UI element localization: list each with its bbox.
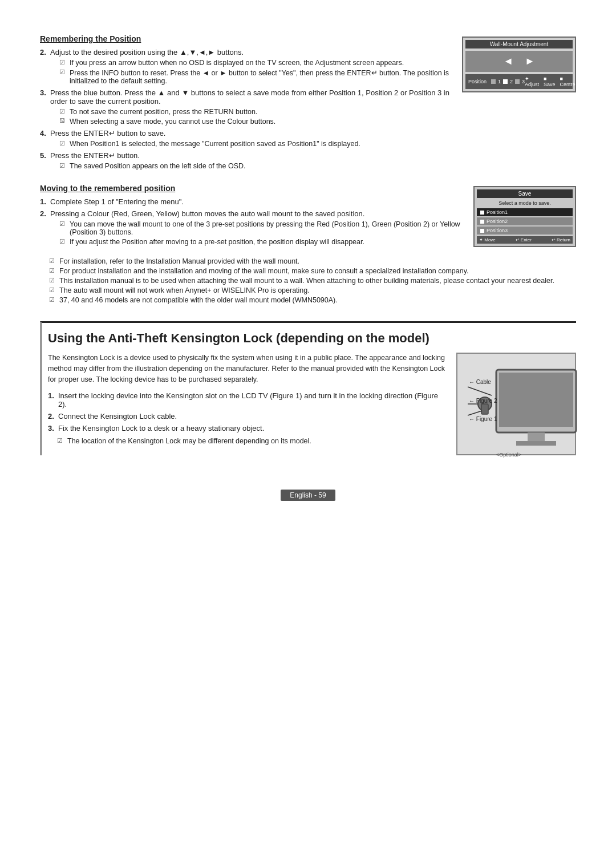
move-step-1-text: Complete Step 1 of "Entering the menu". [50, 197, 184, 206]
step-4-text: Press the ENTER↵ button to save. [50, 129, 165, 138]
kensington-svg: ← Cable ← Figure 2 ← Figure 1 <Optional> [462, 358, 582, 461]
ken-step-1-num: 1. [48, 391, 54, 400]
save-screen: Save Select a mode to save. Position1 Po… [473, 186, 576, 247]
pos-dot-2 [503, 79, 508, 84]
general-note-3: This installation manual is to be used w… [49, 277, 576, 285]
move-step-2-note-2: If you adjust the Position after moving … [59, 238, 462, 246]
step-5-num: 5. [40, 151, 46, 160]
save-option-position3: Position3 [477, 227, 573, 235]
step-3-text: Press the blue button. Press the ▲ and ▼… [50, 88, 449, 106]
svg-rect-2 [528, 432, 545, 441]
kensington-layout: The Kensington Lock is a device used to … [48, 353, 576, 455]
svg-line-10 [468, 411, 482, 415]
kensington-image-widget: ← Cable ← Figure 2 ← Figure 1 <Optional> [456, 353, 576, 455]
ken-step-3: 3. Fix the Kensington Lock to a desk or … [48, 424, 445, 432]
step-3-note-2: When selecting a save mode, you cannot u… [59, 118, 451, 126]
save-widget: Save Select a mode to save. Position1 Po… [473, 186, 576, 249]
option-dot-3 [480, 229, 484, 233]
svg-rect-1 [499, 373, 573, 427]
step-5-note-1: The saved Position appears on the left s… [59, 162, 451, 170]
general-note-4: The auto wall mount will not work when A… [49, 286, 576, 294]
footer-move: ✦ Move [479, 237, 496, 242]
step-2-notes: If you press an arrow button when no OSD… [50, 59, 451, 85]
move-step-2-num: 2. [40, 209, 46, 218]
remembering-steps-list: 2. Adjust to the desired position using … [40, 48, 451, 170]
move-step-2-note-1: You can move the wall mount to one of th… [59, 220, 462, 236]
step-3-num: 3. [40, 88, 46, 97]
move-step-2: 2. Pressing a Colour (Red, Green, Yellow… [40, 209, 462, 246]
position2-label: Position2 [487, 219, 508, 224]
move-step-2-text: Pressing a Colour (Red, Green, Yellow) b… [50, 209, 364, 218]
svg-rect-5 [481, 404, 488, 414]
tv-screen: Wall-Mount Adjustment ◄ ► Position 1 2 3 [462, 37, 576, 92]
ken-step-2-num: 2. [48, 412, 54, 421]
save-title: Save [477, 189, 573, 198]
ken-step-3-num: 3. [48, 424, 54, 432]
position1-label: Position1 [487, 209, 508, 215]
ken-note-1: The location of the Kensington Lock may … [57, 437, 445, 445]
moving-position-section: Moving to the remembered position 1. Com… [40, 184, 576, 249]
general-note-2: For product installation and the install… [49, 267, 576, 275]
wall-mount-widget: Wall-Mount Adjustment ◄ ► Position 1 2 3 [462, 37, 576, 173]
kensington-text-col: The Kensington Lock is a device used to … [48, 353, 445, 455]
save-option-position1: Position1 [477, 208, 573, 216]
svg-text:← Cable: ← Cable [469, 379, 491, 385]
save-footer: ✦ Move ↵ Enter ↩ Return [477, 236, 573, 244]
moving-position-text: Moving to the remembered position 1. Com… [40, 184, 462, 249]
adjust-action: ✦ Adjust [525, 76, 539, 87]
footer-enter: ↵ Enter [516, 237, 532, 242]
option-dot-2 [480, 220, 484, 224]
step-4-notes: When Position1 is selected, the message … [50, 140, 451, 148]
step-5: 5. Press the ENTER↵ button. The saved Po… [40, 151, 451, 170]
footer-return: ↩ Return [552, 237, 570, 242]
svg-text:← Figure 2: ← Figure 2 [469, 398, 497, 404]
save-action: ■ Save [544, 76, 556, 87]
right-arrow-icon: ► [525, 55, 535, 67]
step-4-num: 4. [40, 129, 46, 138]
kensington-section: Using the Anti-Theft Kensington Lock (de… [40, 321, 576, 455]
tv-actions: ✦ Adjust ■ Save ■ Centre [525, 76, 576, 87]
step-5-notes: The saved Position appears on the left s… [50, 162, 451, 170]
pos-dot-3 [515, 79, 520, 84]
ken-step-2: 2. Connect the Kensington Lock cable. [48, 412, 445, 421]
step-3: 3. Press the blue button. Press the ▲ an… [40, 88, 451, 126]
page-footer: English - 59 [40, 490, 576, 501]
pos-dot-1 [491, 79, 496, 84]
moving-position-heading: Moving to the remembered position [40, 184, 462, 193]
svg-text:← Figure 1: ← Figure 1 [469, 416, 497, 422]
svg-rect-3 [516, 441, 556, 446]
tv-positions: Position 1 2 3 [468, 79, 525, 84]
ken-notes: The location of the Kensington Lock may … [48, 437, 445, 445]
step-3-notes: To not save the current position, press … [50, 108, 451, 126]
ken-step-1: 1. Insert the locking device into the Ke… [48, 391, 445, 409]
tv-arrows: ◄ ► [465, 51, 573, 72]
step-4: 4. Press the ENTER↵ button to save. When… [40, 129, 451, 148]
pos-1-label: 1 [498, 79, 501, 84]
pos-2-label: 2 [510, 79, 513, 84]
step-2: 2. Adjust to the desired position using … [40, 48, 451, 85]
remembering-position-section: Remembering the Position 2. Adjust to th… [40, 34, 576, 173]
ken-step-3-text: Fix the Kensington Lock to a desk or a h… [58, 424, 264, 432]
save-option-position2: Position2 [477, 217, 573, 225]
step-2-num: 2. [40, 48, 46, 56]
save-subtitle: Select a mode to save. [477, 200, 573, 206]
centre-action: ■ Centre [560, 76, 576, 87]
svg-text:<Optional>: <Optional> [496, 452, 521, 458]
position-label: Position [468, 79, 487, 84]
ken-step-1-text: Insert the locking device into the Kensi… [58, 391, 438, 409]
general-note-1: For installation, refer to the Installat… [49, 257, 576, 265]
page-content: Remembering the Position 2. Adjust to th… [0, 0, 616, 524]
general-note-5: 37, 40 and 46 models are not compatible … [49, 296, 576, 304]
step-4-note-1: When Position1 is selected, the message … [59, 140, 451, 148]
step-2-note-1: If you press an arrow button when no OSD… [59, 59, 451, 67]
remembering-position-heading: Remembering the Position [40, 34, 451, 43]
option-dot-1 [480, 211, 484, 215]
svg-line-6 [468, 387, 492, 395]
moving-steps-list: 1. Complete Step 1 of "Entering the menu… [40, 197, 462, 246]
tv-title: Wall-Mount Adjustment [465, 40, 573, 48]
step-2-text: Adjust to the desired position using the… [50, 48, 244, 56]
left-arrow-icon: ◄ [503, 55, 513, 67]
kensington-title: Using the Anti-Theft Kensington Lock (de… [48, 331, 576, 346]
page-number-badge: English - 59 [281, 490, 335, 501]
remembering-position-text: Remembering the Position 2. Adjust to th… [40, 34, 451, 173]
